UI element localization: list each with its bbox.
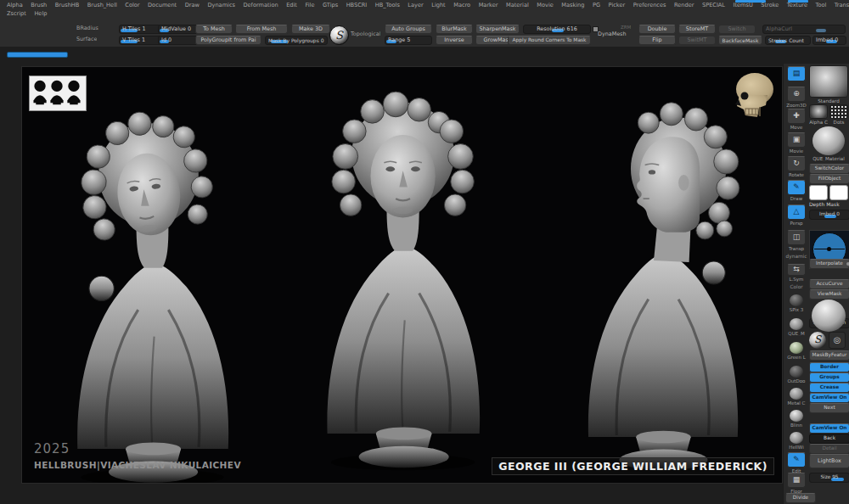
imbed-slider[interactable]: Imbed 0 [812,36,846,45]
secondary-color-swatch[interactable] [829,185,848,200]
divide-button[interactable]: Divide [785,493,816,503]
menu-item[interactable]: Render [674,2,694,8]
edit-tool[interactable]: ✎Edit [785,452,807,473]
menu-item[interactable]: HBSCRI [346,2,368,8]
viewmask-button[interactable]: ViewMask [809,289,849,300]
to-mesh-button[interactable]: To Mesh [195,25,233,34]
menu-item[interactable]: Alpha [7,2,23,8]
auto-groups-button[interactable]: Auto Groups [385,25,432,34]
transp-tool[interactable]: ◫Transp [785,230,807,251]
menu-item[interactable]: PG [593,2,600,8]
pick-brush-icon[interactable]: ◎ [829,332,846,349]
menu-item[interactable]: Zscript [7,10,26,17]
menu-item[interactable]: Marker [479,2,498,8]
menu-item[interactable]: BrushHB [55,2,80,8]
menu-item[interactable]: Color [125,2,139,8]
apply-round-corners-button[interactable]: Apply Round Corners To Mask [508,36,591,45]
fill-object-button[interactable]: FillObject [809,174,849,184]
draw-tool[interactable]: ✎Draw [785,180,807,201]
menu-item[interactable]: Picker [609,2,626,8]
canvas-viewport[interactable]: 2025 HELLBRUSH|VIACHESLAV NIKULAICHEV GE… [21,66,783,484]
menu-item[interactable]: Dynamics [207,2,235,8]
crease-toggle[interactable]: Crease [809,383,849,393]
outdoor-material-preset[interactable]: OutDoo [785,366,807,384]
main-color-swatch[interactable] [809,185,828,200]
mask-by-polygroups-slider[interactable]: Mask By Polygroups 0 [265,36,328,45]
zoom3d-tool[interactable]: ⊕Zoom3D [785,87,807,108]
switch-button[interactable]: Switch [718,25,756,34]
groups-toggle[interactable]: Groups [809,372,849,383]
switch-color-button[interactable]: SwitchColor [809,164,849,174]
menu-item[interactable]: Brush [31,2,47,8]
menu-item[interactable]: Document [148,2,177,8]
menu-item[interactable]: File [305,2,314,8]
menu-item[interactable]: Transform [835,2,849,8]
back-button[interactable]: Back [809,434,849,444]
zbrush-logo-icon[interactable]: S [809,332,826,349]
material-preview[interactable] [809,300,848,332]
menu-item[interactable]: Texture [787,2,807,8]
imbed-slider[interactable]: Imbed 0 [809,210,849,220]
persp-tool[interactable]: △Persp [785,204,807,226]
menu-item[interactable]: Layer [408,2,423,8]
menu-item[interactable]: Stroke [761,2,779,8]
alpha-selector[interactable]: Alpha C [809,104,828,125]
current-brush[interactable]: Standard [809,65,848,104]
menu-item[interactable]: Macro [453,2,470,8]
accucurve-button[interactable]: AccuCurve [809,279,849,289]
resolution-slider[interactable]: Resolution 616 [523,25,591,34]
hellwire-material-preset[interactable]: HellWi [785,432,807,450]
size-slider[interactable]: Size 95 [809,473,849,483]
menu-item[interactable]: GTips [323,2,338,8]
metal-material-preset[interactable]: Metal C [785,388,807,406]
lightbox-button[interactable]: LightBox [809,454,849,468]
menu-item[interactable]: Edit [286,2,297,8]
next-button[interactable]: Next [809,403,849,413]
from-mesh-button[interactable]: From Mesh [235,25,288,34]
backface-mask-button[interactable]: BackfaceMask [718,36,762,45]
menu-item[interactable]: Masking [561,2,584,8]
selected-brush-slot[interactable]: ▤ [785,66,807,81]
camview-toggle-1[interactable]: CamView On [809,393,849,403]
menu-item[interactable]: Draw [185,2,200,8]
range-slider[interactable]: Range 5 [385,36,432,45]
camview-toggle-2[interactable]: CamView On [809,423,849,434]
document-scroll-indicator[interactable] [7,52,68,58]
menu-item[interactable]: HB_Tools [375,2,400,8]
swit-mt-button[interactable]: SwitMT [678,36,716,45]
make-3d-button[interactable]: Make 3D [291,25,330,34]
rotate-tool[interactable]: ↻Rotate [785,156,807,177]
stroke-selector[interactable]: Dots [829,104,848,125]
green-material-preset[interactable]: Green L [785,342,807,360]
menu-item[interactable]: Material [506,2,529,8]
menu-item[interactable]: Light [431,2,445,8]
menu-item[interactable]: Brush_Hell [87,2,117,8]
double-button[interactable]: Double [638,25,676,34]
blinn-material-preset[interactable]: Blinn [785,410,807,428]
que-material-preset[interactable]: QUE_M [785,318,807,336]
mask-by-feature-button[interactable]: MaskByFeatur [809,350,849,361]
flip-button[interactable]: Flip [638,36,676,45]
inverse-button[interactable]: Inverse [436,36,473,45]
strokes-count-slider[interactable]: Strokes Count [765,36,811,45]
floor-tool[interactable]: ▦Floor [785,473,807,494]
menu-item[interactable]: Movie [537,2,554,8]
local-symmetry-tool[interactable]: ⇆L.Sym [785,264,807,282]
menu-item[interactable]: SPECIAL [702,2,725,8]
interpolate-button[interactable]: Interpolate [809,259,849,269]
menu-item[interactable]: Tool [815,2,826,8]
border-toggle[interactable]: Border [809,362,849,372]
movie-tool[interactable]: ▣Movie [785,132,807,154]
menu-item[interactable]: ItemsU [734,2,753,8]
menu-item[interactable]: Preferences [633,2,666,8]
material-selector[interactable]: QUE_Material [809,126,848,161]
menu-item[interactable]: Deformation [243,2,278,8]
menu-item[interactable]: Help [34,10,47,17]
detail-button[interactable]: Detail [809,444,849,454]
move-tool[interactable]: ✚Move [785,109,807,130]
blur-mask-button[interactable]: BlurMask [436,25,473,34]
store-mt-button[interactable]: StoreMT [678,25,716,34]
polygroupit-button[interactable]: PolyGroupIt from Pai [195,36,261,45]
spix-control[interactable]: SPix 3 [785,294,807,312]
sharpen-mask-button[interactable]: SharpenMask [475,25,520,34]
